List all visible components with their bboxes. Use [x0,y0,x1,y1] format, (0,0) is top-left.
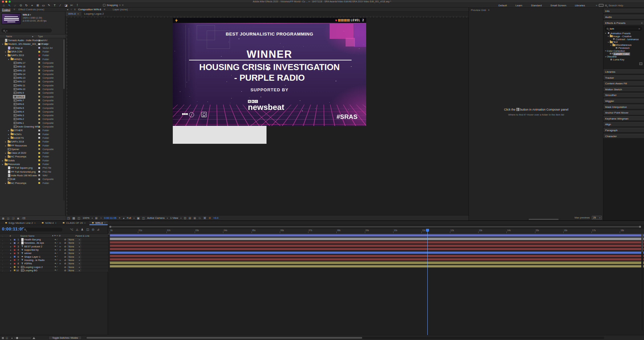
snapping-control[interactable]: Snapping ≈ ≡ [103,4,124,7]
parent-dropdown[interactable]: None▾ [67,249,81,251]
snapping-checkbox[interactable] [103,4,105,6]
layer-bar-6[interactable] [110,251,644,254]
shape-tool[interactable]: ▭ [42,3,45,7]
zoom-tool[interactable]: ⊙ [19,3,23,7]
project-item-win-13[interactable]: WIN-13Composite [0,76,63,80]
label-color-swatch[interactable] [38,92,40,94]
motion-blur-icon[interactable]: ◎ [92,228,94,231]
share-view-icon[interactable]: ⊡ [184,216,186,220]
project-item-ac-precomps[interactable]: ▸AC PrecompsFolder [0,155,63,158]
workspace-small-screen[interactable]: Small Screen [550,4,566,7]
grid-guides-icon[interactable]: ⊞ [95,216,98,220]
comp-tab-win8[interactable]: WIN-8 × [65,12,81,16]
effects-panel-menu-icon[interactable]: ≡ [641,22,643,25]
label-color-swatch[interactable] [38,111,40,113]
layer-row-2[interactable]: ▸2Newsbea...ite.eps✦ ∕∞⊘None▾ [0,241,108,245]
preview-grid-menu-icon[interactable]: ≡ [488,9,490,12]
panel-content-aware-fill[interactable]: Content-Aware Fill [603,81,644,86]
project-item-win-2[interactable]: WIN-2Composite [0,117,63,121]
tab-project[interactable]: Project [2,8,10,11]
timeline-tab-win-8[interactable]: WIN-8≡ [89,221,108,225]
label-color-swatch[interactable] [38,40,40,42]
parent-dropdown[interactable]: None▾ [67,259,81,261]
roto-brush-tool[interactable]: ✄ [70,3,73,7]
comp-tab-close-icon[interactable]: × [77,12,79,15]
project-item-win-7[interactable]: WIN-7Composite [0,99,63,102]
layer-row-7[interactable]: ▸7THousing...le Radio✦ ∕∞⊘None▾ [0,259,108,262]
label-color-swatch[interactable] [38,171,40,173]
project-item-win-15[interactable]: WIN-15Composite [0,68,63,72]
pen-tool[interactable]: ✎ [47,3,51,7]
label-color-swatch[interactable] [38,148,40,150]
label-color-swatch[interactable] [38,84,40,86]
new-composition-icon[interactable]: ▣ [17,217,19,220]
label-color-swatch[interactable] [38,47,40,49]
layer-bar-2[interactable] [110,237,644,240]
frame-blending-icon[interactable]: ◫ [86,228,89,231]
comp-name-caret[interactable]: ▾ [30,14,31,16]
panel-info[interactable]: Info [603,9,644,13]
preview-grid-scrollbar[interactable] [529,219,559,220]
project-item-assets[interactable]: ▸ASSETSFolder [0,136,63,140]
project-item-tornado-audio-indie-rock-wav[interactable]: Tornado Audio - Indie Rock.wavWAV [0,39,63,42]
effects-item-obsolete[interactable]: ▾Obsolete [603,55,644,58]
project-item-win-1[interactable]: WIN-1Composite [0,121,63,125]
effects-item-luma-key[interactable]: Luma Key [603,58,644,61]
parent-link-column[interactable]: Parent & Link [75,235,89,237]
playhead-handle[interactable] [426,229,429,232]
parent-dropdown[interactable]: None▾ [67,266,81,268]
project-search-input[interactable]: ▾ [1,29,52,33]
camera-tool[interactable]: ⌖ [30,3,34,7]
type-tool[interactable]: T [53,3,56,7]
project-item-win-12[interactable]: WIN-12Composite [0,80,63,83]
project-item-class-of-2020[interactable]: ▸Class of 2020Folder [0,151,63,155]
draft-3d-icon[interactable]: ◬ [76,228,78,231]
panel-tracker[interactable]: Tracker [603,75,644,80]
playhead-line[interactable] [427,229,428,339]
workspace-overflow-icon[interactable]: » [596,4,597,7]
channels-icon[interactable]: ◕ [123,216,124,220]
parent-dropdown[interactable]: None▾ [67,255,81,258]
project-list-header[interactable]: Name ● Type [0,34,65,38]
flowchart-icon[interactable]: ⌘ [203,216,206,220]
layer-bar-8[interactable] [110,258,644,261]
project-item-ac-precomps[interactable]: ▸AC PrecompsFolder [0,181,63,185]
label-color-swatch[interactable] [38,156,40,158]
project-item-sar-s-2019[interactable]: ▾SAR's 2019Folder [0,53,63,57]
parent-dropdown[interactable]: None▾ [67,245,81,248]
panel-nav-left-icon[interactable]: ◂ [67,8,68,11]
delete-item-icon[interactable]: ⌫ [22,217,26,220]
project-item-uk-map-ai[interactable]: UK Map.aiVector Art [0,46,63,50]
view-layout-dropdown[interactable]: 1 View [170,216,178,219]
project-item-solids[interactable]: ▸SolidsFolder [0,159,63,162]
effects-item-miscellaneous[interactable]: ▾Miscellaneous [603,43,644,46]
label-color-swatch[interactable] [38,178,40,180]
label-color-swatch[interactable] [38,141,40,143]
exposure-icon[interactable]: ⊙ [209,216,211,219]
project-item-win-3[interactable]: WIN-3Composite [0,114,63,117]
orbit-camera-tool[interactable]: ↻ [25,3,28,7]
new-folder-icon[interactable]: ❏ [12,217,14,220]
mask-visibility-icon[interactable]: ◔ [100,216,102,220]
layer-bar-4[interactable] [110,244,644,247]
layer-bar-10[interactable] [110,265,644,268]
graph-editor-icon[interactable]: ⊿ [97,228,100,231]
brush-tool[interactable]: ∕ [58,3,62,7]
project-item-win-11[interactable]: WIN-11Composite [0,84,63,87]
snapping-more-icon[interactable]: ≡ [122,4,124,7]
layer-row-10[interactable]: ▸10Looping BG✦ ∕⊘None▾ [0,269,108,272]
tab-effect-controls[interactable]: Effect Controls (none) [19,8,45,11]
current-timecode[interactable]: 0:00:11:05 [2,226,25,231]
layer-bar-3[interactable] [110,241,644,244]
label-color-swatch[interactable] [38,77,40,79]
label-color-swatch[interactable] [38,118,40,120]
label-color-swatch[interactable] [38,51,40,53]
project-item-win-17[interactable]: WIN-17Composite [0,61,63,65]
project-item-student-m-s-master-001-v105-aep[interactable]: ▾Student...M's Master_001_v105.aepFolder [0,42,63,46]
label-color-swatch[interactable] [38,99,40,101]
project-item-pp-full-square-png[interactable]: PP Full Square.pngPNG file [0,166,63,170]
label-color-swatch[interactable] [38,152,40,154]
panel-align[interactable]: Align [603,122,644,127]
label-color-swatch[interactable] [38,159,40,161]
source-name-column[interactable]: Source Name [20,235,52,237]
